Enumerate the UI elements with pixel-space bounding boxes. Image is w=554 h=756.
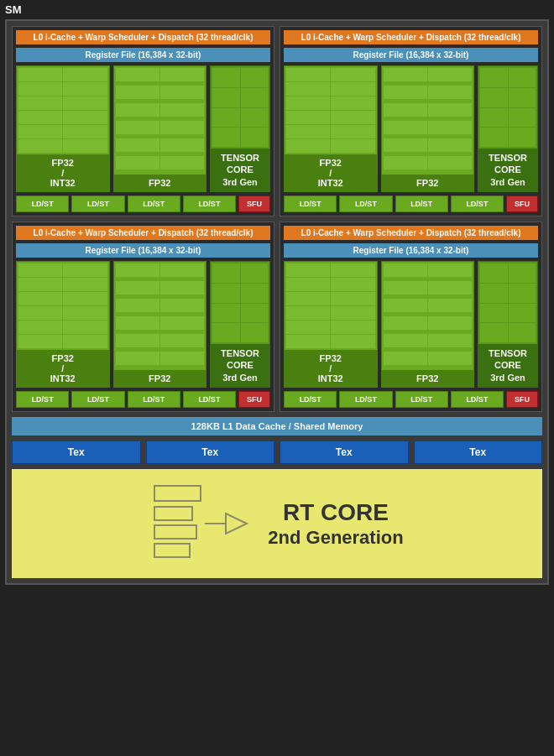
rt-core-section: RT CORE 2nd Generation — [12, 469, 542, 578]
fp32-right-1: FP32 — [113, 65, 207, 192]
l1-cache-bar: 128KB L1 Data Cache / Shared Memory — [12, 417, 542, 435]
ldst-3-2: LD/ST — [71, 391, 124, 408]
tex-cell-1: Tex — [12, 441, 141, 464]
fp32-right-label-4: FP32 — [382, 370, 474, 387]
fp32-left-2: FP32/INT32 — [284, 65, 378, 192]
fp32-right-label-2: FP32 — [382, 175, 474, 191]
sm-label: SM — [0, 0, 554, 19]
ldst-sfu-bar-1: LD/ST LD/ST LD/ST LD/ST SFU — [16, 196, 270, 212]
sfu-4: SFU — [506, 391, 538, 408]
svg-marker-5 — [226, 514, 247, 534]
svg-rect-1 — [154, 507, 192, 520]
register-file-bar-3: Register File (16,384 x 32-bit) — [16, 243, 270, 258]
sfu-2: SFU — [506, 196, 538, 212]
svg-rect-2 — [154, 525, 196, 539]
ldst-4-3: LD/ST — [395, 391, 448, 408]
quadrant-3: L0 i-Cache + Warp Scheduler + Dispatch (… — [12, 222, 274, 412]
sfu-1: SFU — [238, 196, 270, 212]
register-file-bar-2: Register File (16,384 x 32-bit) — [284, 48, 538, 62]
rt-core-subtitle: 2nd Generation — [268, 527, 403, 549]
ldst-1-4: LD/ST — [183, 196, 236, 212]
quadrant-4: L0 i-Cache + Warp Scheduler + Dispatch (… — [280, 222, 542, 412]
fp32-left-label-3: FP32/INT32 — [17, 350, 109, 387]
quadrant-2: L0 i-Cache + Warp Scheduler + Dispatch (… — [280, 26, 542, 216]
quadrant-1: L0 i-Cache + Warp Scheduler + Dispatch (… — [12, 26, 274, 216]
warp-scheduler-bar-1: L0 i-Cache + Warp Scheduler + Dispatch (… — [16, 30, 270, 44]
register-file-bar-4: Register File (16,384 x 32-bit) — [284, 243, 538, 258]
fp32-left-4: FP32/INT32 — [284, 261, 378, 388]
compute-area-2: FP32/INT32 FP32 — [284, 65, 538, 192]
sfu-3: SFU — [238, 391, 270, 408]
outer-wrapper: L0 i-Cache + Warp Scheduler + Dispatch (… — [5, 19, 549, 585]
tex-cell-2: Tex — [146, 441, 275, 464]
ldst-4-4: LD/ST — [451, 391, 504, 408]
tex-cell-3: Tex — [280, 441, 409, 464]
fp32-left-1: FP32/INT32 — [16, 65, 110, 192]
ldst-3-3: LD/ST — [128, 391, 180, 408]
warp-scheduler-bar-4: L0 i-Cache + Warp Scheduler + Dispatch (… — [284, 226, 538, 240]
compute-area-4: FP32/INT32 FP32 — [284, 261, 538, 388]
bottom-section: 128KB L1 Data Cache / Shared Memory Tex … — [12, 417, 542, 578]
tex-cell-4: Tex — [414, 441, 543, 464]
fp32-right-4: FP32 — [381, 261, 475, 388]
ldst-sfu-bar-4: LD/ST LD/ST LD/ST LD/ST SFU — [284, 391, 538, 408]
ldst-2-4: LD/ST — [451, 196, 504, 212]
fp32-left-label-4: FP32/INT32 — [285, 350, 377, 387]
svg-rect-3 — [154, 544, 190, 557]
ldst-4-1: LD/ST — [284, 391, 337, 408]
tensor-label-2: TENSORCORE3rd Gen — [478, 149, 537, 191]
tex-row: Tex Tex Tex Tex — [12, 441, 542, 464]
ldst-2-1: LD/ST — [284, 196, 337, 212]
ldst-1-3: LD/ST — [128, 196, 180, 212]
ldst-3-1: LD/ST — [16, 391, 69, 408]
fp32-right-label-1: FP32 — [114, 175, 206, 191]
warp-scheduler-bar-3: L0 i-Cache + Warp Scheduler + Dispatch (… — [16, 226, 270, 240]
ldst-2-2: LD/ST — [339, 196, 392, 212]
ldst-1-2: LD/ST — [71, 196, 124, 212]
compute-area-1: FP32/INT32 FP32 — [16, 65, 270, 192]
rt-core-diagram — [150, 482, 251, 566]
tensor-label-1: TENSORCORE3rd Gen — [211, 149, 269, 191]
ldst-sfu-bar-3: LD/ST LD/ST LD/ST LD/ST SFU — [16, 391, 270, 408]
register-file-bar-1: Register File (16,384 x 32-bit) — [16, 48, 270, 62]
fp32-left-3: FP32/INT32 — [16, 261, 110, 388]
tensor-label-4: TENSORCORE3rd Gen — [478, 344, 537, 387]
tensor-label-3: TENSORCORE3rd Gen — [211, 344, 269, 387]
fp32-left-label-1: FP32/INT32 — [17, 154, 109, 191]
ldst-4-2: LD/ST — [339, 391, 392, 408]
fp32-right-3: FP32 — [113, 261, 207, 388]
warp-scheduler-bar-2: L0 i-Cache + Warp Scheduler + Dispatch (… — [284, 30, 538, 44]
tensor-core-4: TENSORCORE3rd Gen — [478, 261, 538, 388]
compute-area-3: FP32/INT32 FP32 — [16, 261, 270, 388]
quadrants-grid: L0 i-Cache + Warp Scheduler + Dispatch (… — [12, 26, 542, 412]
ldst-2-3: LD/ST — [395, 196, 448, 212]
ldst-sfu-bar-2: LD/ST LD/ST LD/ST LD/ST SFU — [284, 196, 538, 212]
tensor-core-1: TENSORCORE3rd Gen — [210, 65, 270, 192]
rt-core-text: RT CORE 2nd Generation — [268, 498, 403, 549]
fp32-right-2: FP32 — [381, 65, 475, 192]
fp32-left-label-2: FP32/INT32 — [285, 154, 377, 191]
rt-core-svg — [150, 482, 251, 566]
ldst-3-4: LD/ST — [183, 391, 236, 408]
ldst-1-1: LD/ST — [16, 196, 69, 212]
svg-rect-0 — [154, 486, 201, 501]
tensor-core-3: TENSORCORE3rd Gen — [210, 261, 270, 388]
fp32-right-label-3: FP32 — [114, 370, 206, 387]
rt-core-title: RT CORE — [268, 498, 403, 527]
tensor-core-2: TENSORCORE3rd Gen — [478, 65, 538, 192]
